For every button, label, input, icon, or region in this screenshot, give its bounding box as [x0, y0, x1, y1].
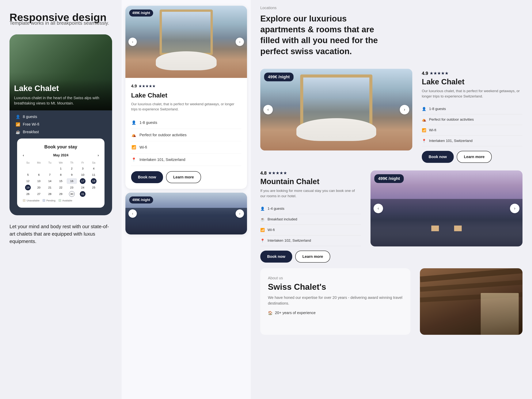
day-sa: Sa — [89, 160, 99, 165]
lake-actions: Book now Learn more — [422, 151, 522, 163]
day-su: Su — [23, 160, 33, 165]
mountain-guests: 👤 1-4 guests — [260, 203, 361, 214]
mountain-stars: ★★★★★ — [268, 171, 287, 176]
wifi-label: Free Wi-fi — [23, 122, 39, 127]
booking-widget: Book your stay ‹ May 2024 › Su Mo Tu We … — [17, 139, 104, 208]
lake-outdoor-icon: ⛺ — [422, 117, 426, 122]
day-fr: Fr — [78, 160, 88, 165]
mountain-price-badge: 499€ /night — [374, 174, 404, 183]
location-text-1: Interlaken 101, Switzerland — [139, 158, 185, 162]
day-th: Th — [67, 160, 77, 165]
mountain-next-btn[interactable]: › — [510, 204, 519, 213]
lake-chalet-section: 499€ /night ‹ › 4.9 ★★★★★ Lake Chalet Ou… — [260, 69, 522, 165]
prev-image-btn-2[interactable]: ‹ — [128, 209, 137, 218]
book-now-btn-1[interactable]: Book now — [131, 171, 163, 183]
lake-rating-num: 4.9 — [422, 71, 428, 76]
breakfast-icon: ☕ — [15, 129, 20, 135]
lake-book-btn[interactable]: Book now — [422, 151, 454, 163]
next-image-btn-1[interactable]: › — [236, 38, 244, 46]
locations-label: Locations — [260, 6, 522, 10]
about-title: Swiss Chalet's — [268, 282, 403, 292]
lake-guests-icon: 👤 — [422, 107, 426, 111]
unavailable-label: Unavailable — [27, 199, 39, 202]
lake-learn-btn[interactable]: Learn more — [457, 151, 492, 163]
preview-image-2: 499€ /night ‹ › — [125, 193, 247, 234]
unavailable-dot — [23, 199, 25, 202]
lake-wifi-text: Wi-fi — [429, 128, 436, 132]
mountain-chalet-image: 499€ /night ‹ › — [370, 171, 522, 247]
mountain-info: 4.8 ★★★★★ Mountain Chalet If you are loo… — [260, 171, 361, 263]
bottom-row: About us Swiss Chalet's We have honed ou… — [260, 268, 522, 335]
lake-chalet-desc: Our luxurious chalet, that is perfect fo… — [422, 88, 522, 99]
card-title-1: Lake Chalet — [131, 92, 241, 99]
amenity-guests: 👤 1-8 guests — [131, 116, 241, 129]
mountain-wifi-icon: 📶 — [260, 228, 265, 232]
feature-wifi: 📶 Free Wi-fi — [15, 122, 106, 127]
lake-next-btn[interactable]: › — [400, 105, 409, 114]
lake-outdoor: ⛺ Perfect for outdoor activities — [422, 114, 522, 125]
wifi-icon-1: 📶 — [131, 145, 136, 150]
guests-icon: 👤 — [15, 114, 20, 120]
mountain-rating-row: 4.8 ★★★★★ — [260, 171, 361, 176]
amenity-wifi: 📶 Wi-fi — [131, 141, 241, 153]
feature-breakfast: ☕ Breakfast — [15, 129, 106, 135]
lake-chalet-info: 4.9 ★★★★★ Lake Chalet Our luxurious chal… — [422, 69, 522, 165]
day-we: We — [56, 160, 66, 165]
mountain-location-text: Interlaken 102, Switzerland — [267, 238, 311, 243]
mountain-guests-text: 1-4 guests — [267, 207, 285, 211]
bottom-text: Let your mind and body rest with our sta… — [10, 223, 112, 245]
rating-row-1: 4.9 ★★★★★ — [131, 84, 241, 89]
feature-guests: 👤 8 guests — [15, 114, 106, 120]
mountain-amenities: 👤 1-4 guests ☕ Breakfast included 📶 Wi-f… — [260, 203, 361, 246]
lake-guests-text: 1-8 guests — [429, 107, 446, 111]
mountain-location: 📍 Interlaken 102, Switzerland — [260, 235, 361, 246]
mountain-wifi-text: Wi-fi — [267, 228, 275, 232]
next-month-btn[interactable]: › — [98, 153, 99, 157]
price-badge-2: 499€ /night — [129, 196, 153, 203]
middle-panel: 499€ /night ‹ › 4.9 ★★★★★ Lake Chalet Ou… — [122, 0, 251, 399]
locations-title: Explore our luxurious apartments & rooms… — [260, 13, 393, 57]
wifi-text-1: Wi-fi — [139, 145, 147, 150]
lake-location: 📍 Interlaken 101, Switzerland — [422, 136, 522, 146]
wifi-icon: 📶 — [15, 122, 20, 127]
about-section: About us Swiss Chalet's We have honed ou… — [260, 268, 410, 335]
lake-amenities: 👤 1-8 guests ⛺ Perfect for outdoor activ… — [422, 104, 522, 146]
description: Template works in all breakpoints seamle… — [10, 19, 112, 27]
mountain-book-btn[interactable]: Book now — [260, 251, 292, 263]
mobile-bg-image: Lake Chalet Luxurious chalet in the hear… — [10, 34, 112, 110]
mountain-breakfast-text: Breakfast included — [267, 217, 297, 221]
mountain-learn-btn[interactable]: Learn more — [295, 251, 330, 263]
experience-icon: 🏠 — [268, 311, 273, 315]
wood-ceiling-image — [420, 268, 522, 335]
guests-label: 8 guests — [23, 114, 37, 119]
about-label: About us — [268, 276, 403, 280]
mountain-desc: If you are looking for more casual stay … — [260, 188, 361, 199]
card-actions-1: Book now Learn more — [131, 171, 241, 183]
mountain-breakfast: ☕ Breakfast included — [260, 214, 361, 225]
mobile-title: Lake Chalet — [14, 84, 108, 93]
lake-prev-btn[interactable]: ‹ — [263, 105, 273, 114]
prev-month-btn[interactable]: ‹ — [23, 153, 24, 157]
mountain-card-preview: 499€ /night ‹ › — [125, 193, 247, 234]
price-badge-1: 499€ /night — [129, 10, 153, 17]
breakfast-label: Breakfast — [23, 130, 39, 134]
amenity-outdoor: ⛺ Perfect for outdoor activities — [131, 129, 241, 141]
card-body-1: 4.9 ★★★★★ Lake Chalet Our luxurious chal… — [125, 78, 247, 189]
mobile-features: 👤 8 guests 📶 Free Wi-fi ☕ Breakfast — [10, 110, 112, 139]
mountain-prev-btn[interactable]: ‹ — [374, 204, 383, 213]
learn-more-btn-1[interactable]: Learn more — [166, 171, 201, 183]
lake-location-text: Interlaken 101, Switzerland — [429, 139, 473, 143]
lake-price-badge: 499€ /night — [264, 73, 294, 81]
about-feature: 🏠 20+ years of experience — [268, 311, 403, 315]
location-icon-1: 📍 — [131, 157, 136, 162]
mountain-guests-icon: 👤 — [260, 207, 265, 211]
prev-image-btn-1[interactable]: ‹ — [128, 38, 137, 46]
mountain-location-icon: 📍 — [260, 238, 265, 243]
mobile-subtitle: Luxurious chalet in the heart of the Swi… — [14, 95, 108, 106]
next-image-btn-2[interactable]: › — [236, 209, 244, 218]
day-tu: Tu — [45, 160, 55, 165]
right-panel: Locations Explore our luxurious apartmen… — [251, 0, 532, 399]
available-dot — [58, 199, 61, 202]
locations-header: Locations Explore our luxurious apartmen… — [260, 6, 522, 61]
lake-guests: 👤 1-8 guests — [422, 104, 522, 114]
